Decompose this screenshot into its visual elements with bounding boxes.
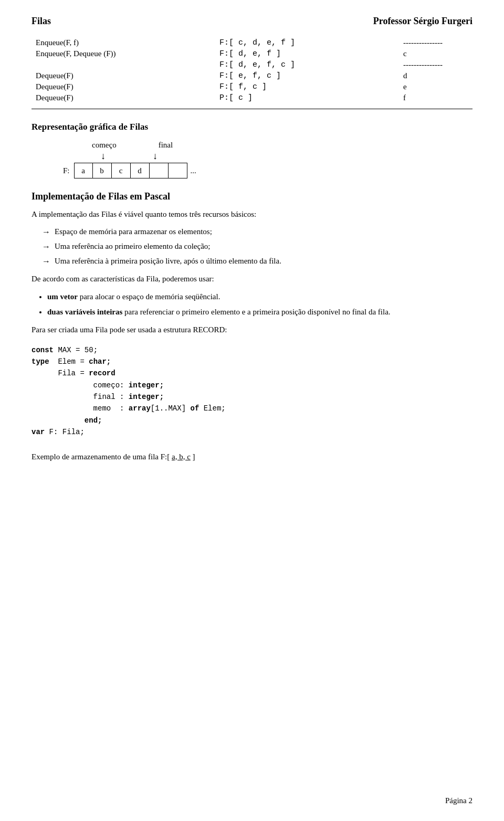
- impl-title: Implementação de Filas em Pascal: [32, 191, 472, 202]
- cell-a: a: [74, 163, 93, 178]
- result-cell: d: [399, 70, 472, 81]
- state-cell: F:[ e, f, c ]: [215, 70, 399, 81]
- para-ser: Para ser criada uma Fila pode ser usada …: [32, 324, 472, 336]
- cell-d: d: [131, 163, 150, 178]
- bullet-text-3: Uma referência à primeira posição livre,…: [55, 255, 281, 267]
- page-number: Página 2: [445, 796, 472, 805]
- label-comeco: começo: [92, 141, 117, 150]
- op-cell: Enqueue(F, Dequeue (F)): [32, 48, 215, 59]
- bullet-item-2: → Uma referência ao primeiro elemento da…: [42, 240, 472, 253]
- table-row: Dequeue(F) F:[ f, c ] e: [32, 81, 472, 92]
- arrow-icon-1: →: [42, 226, 50, 238]
- state-cell: F:[ d, e, f ]: [215, 48, 399, 59]
- bullet-text-2: Uma referência ao primeiro elemento da c…: [55, 240, 211, 252]
- arrows-row: ↓ ↓: [101, 151, 158, 162]
- op-cell: Enqueue(F, f): [32, 37, 215, 48]
- page-header: Filas Professor Sérgio Furgeri: [32, 16, 472, 27]
- array-dots: ...: [191, 166, 196, 175]
- array-diagram: F: a b c d ...: [63, 163, 196, 178]
- arrow-icon-3: →: [42, 255, 50, 268]
- cell-f: [169, 163, 187, 178]
- diagram-area: começo final ↓ ↓ F: a b c d ...: [63, 141, 472, 178]
- arrow-final: ↓: [153, 151, 158, 162]
- arrow-comeco: ↓: [101, 151, 106, 162]
- op-cell: Dequeue(F): [32, 70, 215, 81]
- professor-name: Professor Sérgio Furgeri: [373, 16, 472, 27]
- result-cell: c: [399, 48, 472, 59]
- result-cell: e: [399, 81, 472, 92]
- bold-2: duas variáveis inteiras: [47, 308, 122, 316]
- dot-item-1: um vetor para alocar o espaço de memória…: [47, 291, 472, 303]
- state-cell: P:[ c ]: [215, 92, 399, 103]
- table-row: F:[ d, e, f, c ] ---------------: [32, 59, 472, 70]
- table-row: Dequeue(F) P:[ c ] f: [32, 92, 472, 103]
- bullet-list: → Espaço de memória para armazenar os el…: [42, 226, 472, 268]
- op-cell: Dequeue(F): [32, 92, 215, 103]
- bottom-section: Exemplo de armazenamento de uma fila F:[…: [32, 451, 472, 463]
- bullet-text-1: Espaço de memória para armazenar os elem…: [55, 226, 212, 238]
- op-cell: [32, 59, 215, 70]
- table-row: Dequeue(F) F:[ e, f, c ] d: [32, 70, 472, 81]
- result-cell: ---------------: [399, 59, 472, 70]
- result-cell: ---------------: [399, 37, 472, 48]
- array-label: F:: [63, 166, 70, 175]
- label-final: final: [159, 141, 173, 150]
- table-row: Enqueue(F, Dequeue (F)) F:[ d, e, f ] c: [32, 48, 472, 59]
- array-cells: a b c d: [74, 163, 187, 178]
- state-cell: F:[ d, e, f, c ]: [215, 59, 399, 70]
- bullet-dot-list: um vetor para alocar o espaço de memória…: [47, 291, 472, 318]
- dot-item-2: duas variáveis inteiras para referenciar…: [47, 306, 472, 318]
- bold-1: um vetor: [47, 292, 78, 301]
- impl-desc: A implementação das Filas é viável quant…: [32, 208, 472, 220]
- cell-e: [150, 163, 169, 178]
- cell-c: c: [112, 163, 131, 178]
- underlined-abc: a, b, c: [172, 452, 191, 461]
- representacao-title: Representação gráfica de Filas: [32, 122, 472, 132]
- state-cell: F:[ f, c ]: [215, 81, 399, 92]
- code-block: const MAX = 50; type Elem = char; Fila =…: [32, 344, 472, 438]
- page-footer: Página 2: [445, 796, 472, 805]
- cell-b: b: [93, 163, 112, 178]
- page-title: Filas: [32, 16, 51, 27]
- divider: [32, 109, 472, 109]
- state-cell: F:[ c, d, e, f ]: [215, 37, 399, 48]
- arrow-icon-2: →: [42, 240, 50, 253]
- bullet-item-1: → Espaço de memória para armazenar os el…: [42, 226, 472, 238]
- result-cell: f: [399, 92, 472, 103]
- bullet-item-3: → Uma referência à primeira posição livr…: [42, 255, 472, 268]
- diagram-labels: começo final: [92, 141, 173, 150]
- exemplo-text: Exemplo de armazenamento de uma fila F:[…: [32, 451, 472, 463]
- de-acordo-intro: De acordo com as características da Fila…: [32, 273, 472, 285]
- table-row: Enqueue(F, f) F:[ c, d, e, f ] ---------…: [32, 37, 472, 48]
- op-cell: Dequeue(F): [32, 81, 215, 92]
- operations-table: Enqueue(F, f) F:[ c, d, e, f ] ---------…: [32, 37, 472, 103]
